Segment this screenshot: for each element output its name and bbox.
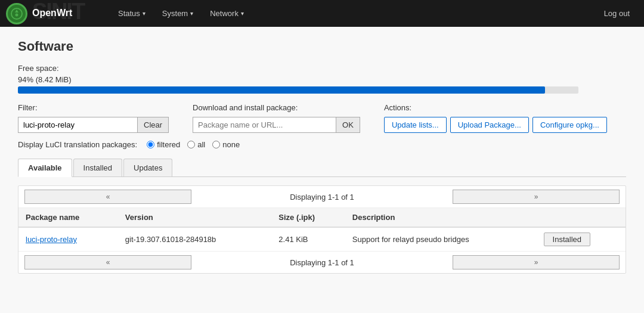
network-arrow-icon: ▾ bbox=[241, 10, 244, 17]
luci-filtered-label: filtered bbox=[157, 140, 180, 149]
system-arrow-icon: ▾ bbox=[190, 10, 193, 17]
pagination-top: « Displaying 1-1 of 1 » bbox=[18, 186, 626, 208]
pagination-bottom: « Displaying 1-1 of 1 » bbox=[18, 251, 626, 273]
nav-status[interactable]: Status ▾ bbox=[110, 0, 154, 27]
filter-input-row: Clear bbox=[18, 117, 169, 133]
progress-bar-fill bbox=[18, 86, 545, 94]
next-page-bottom-button[interactable]: » bbox=[453, 255, 620, 269]
upload-package-button[interactable]: Upload Package... bbox=[450, 117, 529, 133]
actions-section: Actions: Update lists... Upload Package.… bbox=[384, 103, 607, 133]
col-size: Size (.ipk) bbox=[271, 208, 345, 227]
svg-marker-1 bbox=[15, 10, 18, 13]
free-space-label: Free space: bbox=[18, 64, 626, 73]
page-title: Software bbox=[18, 39, 626, 54]
ok-button[interactable]: OK bbox=[336, 117, 360, 133]
table-container: « Displaying 1-1 of 1 » Package name Ver… bbox=[18, 185, 626, 274]
tab-installed[interactable]: Installed bbox=[73, 159, 122, 176]
table-row: luci-proto-relay git-19.307.61018-284918… bbox=[18, 227, 626, 251]
col-description: Description bbox=[345, 208, 537, 227]
actions-label: Actions: bbox=[384, 103, 607, 112]
page-info-top: Displaying 1-1 of 1 bbox=[290, 193, 354, 202]
main-content: Software Free space: 94% (8.42 MiB) Filt… bbox=[0, 27, 644, 286]
update-lists-button[interactable]: Update lists... bbox=[384, 117, 447, 133]
tabs: Available Installed Updates bbox=[18, 159, 626, 177]
actions-row: Update lists... Upload Package... Config… bbox=[384, 117, 607, 133]
download-input-row: OK bbox=[193, 117, 360, 133]
prev-page-top-button[interactable]: « bbox=[24, 190, 191, 204]
pkg-size-cell: 2.41 KiB bbox=[271, 227, 345, 251]
luci-label: Display LuCI translation packages: bbox=[18, 140, 137, 149]
logo-icon bbox=[6, 3, 27, 24]
status-arrow-icon: ▾ bbox=[143, 10, 145, 17]
luci-all-radio[interactable] bbox=[187, 141, 195, 148]
tab-available[interactable]: Available bbox=[18, 159, 72, 177]
col-action bbox=[537, 208, 626, 227]
installed-badge: Installed bbox=[544, 233, 590, 246]
brand-name: OpenWrt bbox=[32, 8, 72, 18]
download-label: Download and install package: bbox=[193, 103, 360, 112]
page-info-bottom: Displaying 1-1 of 1 bbox=[290, 258, 354, 267]
filter-row: Filter: Clear Download and install packa… bbox=[18, 103, 626, 133]
progress-bar-container bbox=[18, 86, 578, 94]
prev-page-bottom-button[interactable]: « bbox=[24, 255, 191, 269]
nav-logout[interactable]: Log out bbox=[596, 0, 638, 27]
luci-none-option[interactable]: none bbox=[212, 140, 240, 149]
nav-items: Status ▾ System ▾ Network ▾ Log out bbox=[110, 0, 638, 27]
nav-system[interactable]: System ▾ bbox=[154, 0, 202, 27]
download-section: Download and install package: OK bbox=[193, 103, 360, 133]
filter-label: Filter: bbox=[18, 103, 169, 112]
clear-button[interactable]: Clear bbox=[137, 117, 169, 133]
luci-none-label: none bbox=[222, 140, 240, 149]
luci-row: Display LuCI translation packages: filte… bbox=[18, 140, 626, 149]
pkg-version-cell: git-19.307.61018-284918b bbox=[118, 227, 272, 251]
col-version: Version bbox=[118, 208, 272, 227]
navbar: SINIT OpenWrt Status ▾ System ▾ Network … bbox=[0, 0, 644, 27]
pkg-name-link[interactable]: luci-proto-relay bbox=[26, 235, 77, 244]
tab-updates[interactable]: Updates bbox=[123, 159, 172, 176]
configure-opkg-button[interactable]: Configure opkg... bbox=[532, 117, 607, 133]
luci-filtered-radio[interactable] bbox=[147, 141, 154, 148]
pkg-name-cell: luci-proto-relay bbox=[18, 227, 118, 251]
luci-none-radio[interactable] bbox=[212, 141, 220, 148]
brand-logo: SINIT OpenWrt bbox=[6, 0, 104, 27]
free-space-value: 94% (8.42 MiB) bbox=[18, 75, 626, 84]
table-header-row: Package name Version Size (.ipk) Descrip… bbox=[18, 208, 626, 227]
pkg-status-cell: Installed bbox=[537, 227, 626, 251]
col-package-name: Package name bbox=[18, 208, 118, 227]
svg-point-2 bbox=[16, 13, 18, 16]
luci-all-option[interactable]: all bbox=[187, 140, 205, 149]
luci-radio-group: filtered all none bbox=[147, 140, 240, 149]
filter-section: Filter: Clear bbox=[18, 103, 169, 133]
luci-filtered-option[interactable]: filtered bbox=[147, 140, 180, 149]
download-input[interactable] bbox=[193, 117, 336, 133]
filter-input[interactable] bbox=[18, 117, 137, 133]
package-table: Package name Version Size (.ipk) Descrip… bbox=[18, 208, 626, 251]
pkg-description-cell: Support for relayd pseudo bridges bbox=[345, 227, 537, 251]
nav-network[interactable]: Network ▾ bbox=[202, 0, 252, 27]
next-page-top-button[interactable]: » bbox=[453, 190, 620, 204]
luci-all-label: all bbox=[197, 140, 205, 149]
